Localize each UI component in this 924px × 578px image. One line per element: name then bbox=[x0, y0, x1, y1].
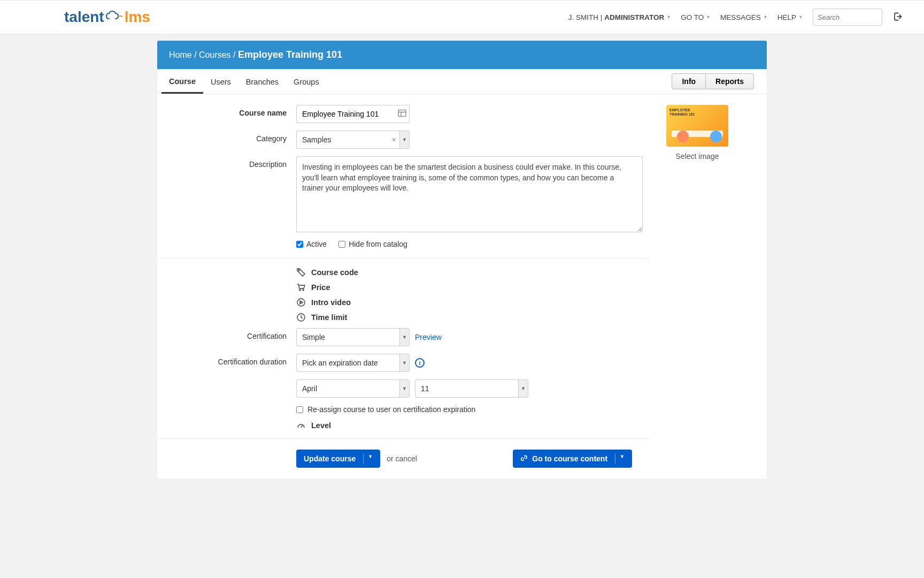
chevron-down-icon: ▼ bbox=[763, 14, 768, 20]
cert-duration-select[interactable]: Pick an expiration date ▼ bbox=[296, 354, 410, 372]
user-role: ADMINISTRATOR bbox=[604, 13, 664, 21]
chevron-down-icon[interactable]: ▼ bbox=[615, 454, 625, 463]
svg-point-5 bbox=[303, 290, 304, 291]
play-icon bbox=[296, 298, 306, 307]
month-select[interactable]: April ▼ bbox=[296, 379, 410, 398]
hide-checkbox[interactable]: Hide from catalog bbox=[338, 240, 407, 248]
description-label: Description bbox=[157, 156, 296, 169]
option-course-code[interactable]: Course code bbox=[296, 268, 649, 277]
tag-icon bbox=[296, 268, 306, 277]
certification-select[interactable]: Simple ▼ bbox=[296, 328, 410, 346]
link-icon bbox=[520, 454, 528, 463]
chevron-down-icon[interactable]: ▼ bbox=[399, 354, 409, 371]
month-value: April bbox=[297, 384, 399, 393]
chevron-down-icon: ▼ bbox=[706, 14, 711, 20]
course-thumbnail[interactable]: EMPLOYEE TRAINING 101 bbox=[666, 105, 728, 147]
tab-branches[interactable]: Branches bbox=[238, 70, 286, 93]
nav-messages[interactable]: MESSAGES▼ bbox=[720, 13, 768, 21]
tab-users[interactable]: Users bbox=[203, 70, 238, 93]
category-label: Category bbox=[157, 131, 296, 143]
cert-duration-value: Pick an expiration date bbox=[297, 359, 399, 367]
chevron-down-icon[interactable]: ▼ bbox=[399, 131, 409, 148]
chevron-down-icon: ▼ bbox=[666, 14, 671, 20]
reports-button[interactable]: Reports bbox=[706, 73, 754, 89]
top-bar: talent lms J. SMITH | ADMINISTRATOR ▼ GO… bbox=[0, 0, 924, 34]
option-intro-video[interactable]: Intro video bbox=[296, 298, 649, 307]
day-select[interactable]: 11 ▼ bbox=[415, 379, 528, 398]
chevron-down-icon[interactable]: ▼ bbox=[399, 329, 409, 346]
select-image-link[interactable]: Select image bbox=[649, 152, 745, 161]
logo-text-lms: lms bbox=[125, 9, 150, 26]
cert-duration-label: Certification duration bbox=[157, 354, 296, 366]
top-nav: J. SMITH | ADMINISTRATOR ▼ GO TO▼ MESSAG… bbox=[568, 9, 903, 26]
clock-icon bbox=[296, 313, 306, 322]
svg-point-3 bbox=[298, 270, 299, 271]
option-level[interactable]: Level bbox=[296, 421, 649, 430]
nav-goto[interactable]: GO TO▼ bbox=[681, 13, 711, 21]
breadcrumb-current: Employee Training 101 bbox=[238, 49, 342, 60]
active-checkbox-input[interactable] bbox=[296, 241, 303, 248]
description-textarea[interactable] bbox=[296, 156, 643, 232]
breadcrumb: Home / Courses / Employee Training 101 bbox=[157, 41, 767, 69]
info-button[interactable]: Info bbox=[672, 73, 706, 89]
hide-checkbox-input[interactable] bbox=[338, 241, 345, 248]
option-time-limit[interactable]: Time limit bbox=[296, 313, 649, 322]
preview-link[interactable]: Preview bbox=[415, 333, 442, 341]
info-icon[interactable]: i bbox=[415, 358, 425, 368]
card-icon[interactable] bbox=[398, 110, 406, 119]
breadcrumb-courses[interactable]: Courses bbox=[199, 50, 231, 59]
tab-course[interactable]: Course bbox=[161, 70, 203, 94]
svg-rect-0 bbox=[398, 110, 406, 117]
cancel-text: or cancel bbox=[387, 454, 417, 463]
breadcrumb-home[interactable]: Home bbox=[169, 50, 192, 59]
certification-label: Certification bbox=[157, 328, 296, 340]
logo-text-talent: talent bbox=[64, 9, 104, 26]
certification-value: Simple bbox=[297, 333, 399, 341]
clear-icon[interactable]: × bbox=[389, 135, 399, 144]
update-course-button[interactable]: Update course ▼ bbox=[296, 450, 380, 468]
cart-icon bbox=[296, 283, 306, 292]
nav-help[interactable]: HELP▼ bbox=[777, 13, 803, 21]
chevron-down-icon[interactable]: ▼ bbox=[518, 380, 528, 397]
active-checkbox[interactable]: Active bbox=[296, 240, 327, 248]
user-name: J. SMITH | bbox=[568, 13, 603, 21]
user-menu[interactable]: J. SMITH | ADMINISTRATOR ▼ bbox=[568, 13, 671, 21]
tab-groups[interactable]: Groups bbox=[286, 70, 327, 93]
gauge-icon bbox=[296, 421, 306, 430]
logout-icon[interactable] bbox=[892, 11, 903, 24]
tab-bar: Course Users Branches Groups Info Report… bbox=[157, 69, 767, 94]
chevron-down-icon[interactable]: ▼ bbox=[399, 380, 409, 397]
course-name-label: Course name bbox=[157, 105, 296, 117]
option-price[interactable]: Price bbox=[296, 283, 649, 292]
chevron-down-icon: ▼ bbox=[798, 14, 803, 20]
reassign-checkbox-input[interactable] bbox=[296, 406, 303, 413]
reassign-checkbox[interactable]: Re-assign course to user on certificatio… bbox=[296, 405, 475, 414]
day-value: 11 bbox=[415, 384, 518, 393]
cloud-icon bbox=[105, 9, 124, 26]
category-value: Samples bbox=[297, 135, 389, 144]
svg-point-4 bbox=[299, 290, 301, 291]
logo[interactable]: talent lms bbox=[64, 9, 150, 26]
category-select[interactable]: Samples × ▼ bbox=[296, 131, 410, 149]
cancel-link[interactable]: cancel bbox=[396, 454, 417, 463]
main-container: Home / Courses / Employee Training 101 C… bbox=[157, 41, 767, 478]
goto-content-button[interactable]: Go to course content ▼ bbox=[513, 450, 632, 468]
chevron-down-icon[interactable]: ▼ bbox=[363, 454, 373, 463]
course-name-input[interactable] bbox=[296, 105, 410, 123]
search-input[interactable] bbox=[813, 9, 882, 26]
